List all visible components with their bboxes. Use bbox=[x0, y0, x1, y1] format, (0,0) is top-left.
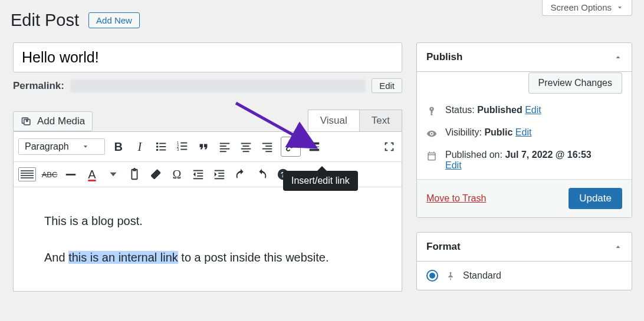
move-to-trash-link[interactable]: Move to Trash bbox=[426, 193, 486, 204]
published-on-value: Jul 7, 2022 @ 16:53 bbox=[505, 150, 591, 160]
publish-metabox: Publish Preview Changes Status: Publishe… bbox=[416, 42, 632, 218]
permalink-url bbox=[70, 80, 366, 92]
status-row: Status: Published Edit bbox=[426, 105, 622, 117]
svg-rect-3 bbox=[159, 146, 166, 147]
align-left-button[interactable] bbox=[217, 139, 232, 154]
clipboard-icon: T bbox=[128, 168, 141, 181]
tab-text[interactable]: Text bbox=[360, 110, 402, 131]
svg-rect-35 bbox=[218, 176, 224, 177]
bulleted-list-button[interactable] bbox=[153, 139, 169, 154]
chevron-down-icon bbox=[616, 4, 623, 11]
preview-changes-button[interactable]: Preview Changes bbox=[528, 72, 622, 94]
strikethrough-button[interactable]: ABC bbox=[42, 167, 57, 182]
update-button[interactable]: Update bbox=[569, 188, 622, 209]
svg-rect-19 bbox=[242, 151, 249, 152]
content-paragraph-2: And this is an internal link to a post i… bbox=[44, 247, 371, 267]
chevron-up-icon bbox=[614, 53, 622, 61]
paste-text-button[interactable]: T bbox=[127, 167, 142, 182]
undo-button[interactable] bbox=[233, 167, 248, 182]
screen-options-toggle[interactable]: Screen Options bbox=[542, 0, 632, 16]
svg-rect-1 bbox=[159, 143, 166, 144]
tab-visual[interactable]: Visual bbox=[308, 110, 360, 131]
status-label: Status: bbox=[445, 105, 477, 115]
svg-point-2 bbox=[156, 145, 158, 148]
svg-rect-36 bbox=[215, 178, 225, 179]
italic-button[interactable]: I bbox=[132, 139, 147, 154]
horizontal-rule-button[interactable] bbox=[63, 167, 78, 182]
paragraph-select-label: Paragraph bbox=[25, 141, 69, 152]
svg-text:T: T bbox=[133, 173, 136, 178]
format-metabox: Format Standard bbox=[416, 232, 632, 290]
fullscreen-button[interactable] bbox=[382, 139, 397, 154]
calendar-icon bbox=[426, 151, 437, 161]
svg-rect-25 bbox=[309, 146, 319, 147]
format-box-header[interactable]: Format bbox=[417, 233, 632, 262]
outdent-button[interactable] bbox=[190, 167, 206, 182]
editor-box: Paragraph B I 123 ABC A T Ω bbox=[13, 131, 402, 292]
text-before: And bbox=[44, 251, 68, 264]
svg-rect-32 bbox=[193, 178, 203, 179]
eye-icon bbox=[426, 128, 437, 139]
publish-box-title: Publish bbox=[426, 51, 462, 63]
indent-icon bbox=[213, 168, 226, 181]
page-title: Edit Post bbox=[11, 11, 79, 30]
add-new-button[interactable]: Add New bbox=[88, 12, 140, 28]
blockquote-button[interactable] bbox=[196, 139, 211, 154]
format-box-title: Format bbox=[426, 241, 461, 253]
svg-rect-9 bbox=[180, 145, 187, 147]
svg-rect-31 bbox=[197, 176, 203, 177]
text-color-button[interactable]: A bbox=[84, 167, 100, 182]
svg-point-0 bbox=[156, 143, 158, 145]
text-color-caret[interactable] bbox=[106, 167, 121, 182]
pin-icon bbox=[445, 270, 456, 281]
media-icon bbox=[21, 115, 32, 127]
page-header: Edit Post Add New bbox=[11, 11, 140, 30]
link-icon bbox=[284, 140, 297, 153]
outdent-icon bbox=[192, 168, 205, 181]
published-on-label: Published on: bbox=[445, 150, 505, 160]
numbered-list-button[interactable]: 123 bbox=[175, 139, 190, 154]
chevron-down-icon bbox=[82, 143, 89, 150]
redo-icon bbox=[255, 168, 268, 181]
indent-button[interactable] bbox=[212, 167, 227, 182]
svg-rect-11 bbox=[180, 149, 187, 150]
read-more-button[interactable] bbox=[307, 139, 322, 154]
visibility-label: Visibility: bbox=[445, 127, 484, 137]
toolbar-toggle-button[interactable] bbox=[18, 167, 36, 181]
format-standard-option[interactable]: Standard bbox=[426, 270, 622, 282]
special-character-button[interactable]: Ω bbox=[169, 167, 185, 182]
align-right-button[interactable] bbox=[259, 139, 275, 154]
svg-rect-22 bbox=[262, 148, 272, 150]
visibility-edit-link[interactable]: Edit bbox=[515, 127, 532, 137]
fullscreen-icon bbox=[383, 140, 396, 153]
toolbar-row-1: Paragraph B I 123 bbox=[14, 132, 402, 162]
svg-rect-20 bbox=[262, 143, 272, 144]
selected-text: this is an internal link bbox=[68, 251, 178, 264]
insert-link-button[interactable] bbox=[281, 137, 301, 157]
publish-box-header[interactable]: Publish bbox=[417, 43, 632, 72]
svg-rect-7 bbox=[180, 143, 187, 144]
published-on-edit-link[interactable]: Edit bbox=[445, 160, 462, 170]
sidebar: Publish Preview Changes Status: Publishe… bbox=[416, 42, 632, 305]
svg-rect-29 bbox=[193, 170, 203, 171]
svg-rect-5 bbox=[159, 150, 166, 151]
status-edit-link[interactable]: Edit bbox=[525, 105, 541, 115]
add-media-button[interactable]: Add Media bbox=[13, 111, 93, 131]
publish-footer: Move to Trash Update bbox=[417, 179, 632, 217]
clear-formatting-button[interactable] bbox=[148, 167, 163, 182]
screen-options-label: Screen Options bbox=[551, 2, 612, 12]
svg-point-4 bbox=[156, 149, 158, 151]
align-center-button[interactable] bbox=[238, 139, 254, 154]
add-media-label: Add Media bbox=[37, 115, 85, 127]
editor-content[interactable]: This is a blog post. And this is an inte… bbox=[14, 187, 402, 291]
align-right-icon bbox=[261, 140, 274, 153]
permalink-edit-button[interactable]: Edit bbox=[372, 78, 402, 93]
bold-button[interactable]: B bbox=[111, 139, 126, 154]
paragraph-select[interactable]: Paragraph bbox=[18, 138, 105, 155]
svg-rect-18 bbox=[241, 148, 251, 150]
blockquote-icon bbox=[197, 140, 210, 153]
visibility-row: Visibility: Public Edit bbox=[426, 127, 622, 139]
post-title-input[interactable] bbox=[13, 42, 402, 72]
redo-button[interactable] bbox=[254, 167, 270, 182]
read-more-icon bbox=[308, 140, 321, 153]
